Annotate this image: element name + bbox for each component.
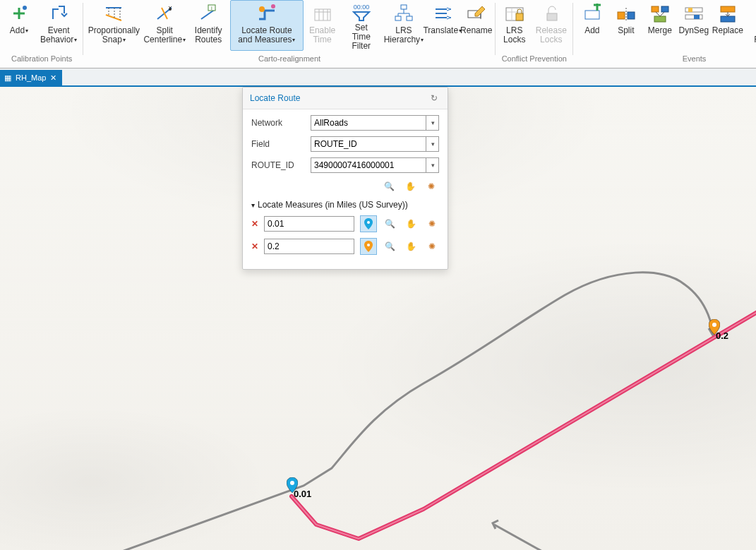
chevron-down-icon: ▾ — [420, 37, 424, 43]
lrs-hierarchy-icon — [394, 2, 414, 25]
flash-measure-icon[interactable]: ✺ — [424, 238, 440, 255]
rename-icon — [467, 2, 486, 25]
delete-measure-icon[interactable]: ✕ — [251, 241, 258, 251]
lrs-locks-button[interactable]: LRS Locks — [498, 0, 531, 51]
map-tab[interactable]: ▦ RH_Map ✕ — [0, 70, 62, 85]
chevron-down-icon[interactable]: ▾ — [426, 115, 439, 131]
svg-rect-30 — [721, 16, 735, 22]
locate-measures-section[interactable]: ▾ Locate Measures (in Miles (US Survey)) — [251, 200, 439, 210]
svg-rect-8 — [315, 9, 330, 20]
ribbon-group: LRS LocksRelease LocksConflict Preventio… — [496, 0, 573, 68]
dynseg-icon — [684, 2, 704, 25]
pan-to-measure-icon[interactable]: ✋ — [402, 215, 419, 232]
dynseg-button[interactable]: DynSeg — [678, 0, 710, 51]
svg-rect-12 — [407, 16, 412, 20]
proportionally-snap-button[interactable]: Proportionally Snap▾ — [86, 0, 141, 51]
pan-to-route-icon[interactable]: ✋ — [402, 179, 418, 194]
route-tool-row: 🔍 ✋ ✺ — [251, 179, 439, 194]
svg-rect-20 — [618, 12, 625, 19]
field-select[interactable] — [311, 136, 439, 152]
rename-button[interactable]: Rename — [460, 0, 493, 51]
locate-route-button[interactable]: Locate Route and Measures▾ — [230, 0, 303, 51]
selected-route — [292, 313, 756, 539]
chevron-down-icon: ▾ — [182, 37, 186, 43]
group-label: Conflict Prevention — [502, 52, 567, 65]
reload-icon[interactable]: ↻ — [428, 92, 440, 104]
flash-measure-icon[interactable]: ✺ — [424, 215, 440, 232]
split-centerline-button[interactable]: Split Centerline▾ — [143, 0, 186, 51]
button-label: DynSeg — [678, 26, 709, 35]
map-pin[interactable]: 0.01 — [287, 477, 298, 493]
button-label: Translate▾ — [423, 26, 462, 35]
identify-routes-button[interactable]: iIdentify Routes — [188, 0, 229, 51]
lrs-hierarchy-button[interactable]: LRS Hierarchy▾ — [383, 0, 425, 51]
set-time-filter-button[interactable]: 00:00Set Time Filter — [342, 0, 381, 51]
close-icon[interactable]: ✕ — [50, 73, 56, 83]
merge-event-button[interactable]: Merge — [644, 0, 676, 51]
button-label: LRS Hierarchy▾ — [384, 26, 424, 44]
button-label: Locate Route and Measures▾ — [234, 26, 299, 44]
merge-event-icon — [650, 2, 670, 25]
measure-input[interactable] — [264, 239, 354, 254]
group-label: Carto-realignment — [258, 52, 320, 65]
locate-route-panel: Locate Route ↻ Network ▾ Field ▾ ROUTE_I… — [242, 87, 448, 270]
button-label: Add — [584, 26, 599, 35]
zoom-to-route-icon[interactable]: 🔍 — [381, 179, 397, 194]
svg-rect-11 — [395, 16, 401, 20]
prop-snap-icon — [103, 2, 124, 25]
button-label: Release Locks — [536, 26, 567, 44]
network-select[interactable] — [311, 115, 439, 131]
translate-button[interactable]: Translate▾ — [426, 0, 459, 51]
pan-to-measure-icon[interactable]: ✋ — [402, 238, 419, 255]
zoom-to-measure-icon[interactable]: 🔍 — [381, 215, 398, 232]
ribbon-group: Proportionally Snap▾Split Centerline▾iId… — [83, 0, 495, 68]
add-cal-point-button[interactable]: Add▾ — [3, 0, 35, 51]
button-label: Set Time Filter — [345, 23, 378, 51]
split-centerline-icon — [155, 2, 174, 25]
panel-title: Locate Route — [250, 93, 300, 103]
grey-route — [120, 273, 713, 550]
chevron-down-icon: ▾ — [292, 37, 295, 43]
tab-title: RH_Map — [16, 73, 46, 82]
event-behavior-icon — [49, 2, 68, 25]
measure-pin-icon[interactable] — [360, 215, 377, 232]
replace-button[interactable]: Replace — [712, 0, 744, 51]
chevron-down-icon[interactable]: ▾ — [426, 157, 439, 173]
event-behavior-button[interactable]: Event Behavior▾ — [37, 0, 80, 51]
routeid-label: ROUTE_ID — [251, 160, 305, 170]
map-pin[interactable]: 0.2 — [709, 319, 720, 335]
measure-input[interactable] — [264, 216, 354, 232]
svg-point-38 — [367, 244, 370, 246]
replace-icon — [718, 2, 738, 25]
routeid-input[interactable] — [311, 157, 439, 173]
measure-row: ✕🔍✋✺ — [251, 238, 439, 255]
delete-measure-icon[interactable]: ✕ — [251, 219, 258, 229]
button-label: Enable Time — [308, 26, 337, 44]
ribbon-group: AddSplitMergeDynSegReplaceConfigure Repl… — [573, 0, 756, 68]
identify-routes-icon: i — [198, 2, 218, 25]
button-label: Configure Replacement — [749, 26, 756, 44]
set-time-filter-icon: 00:00 — [351, 2, 372, 22]
svg-point-7 — [271, 4, 275, 8]
zoom-to-measure-icon[interactable]: 🔍 — [381, 238, 398, 255]
enable-time-icon — [313, 2, 332, 25]
svg-text:00:00: 00:00 — [354, 4, 370, 11]
svg-rect-29 — [721, 6, 735, 12]
svg-rect-25 — [685, 8, 702, 12]
svg-rect-23 — [661, 6, 668, 12]
svg-rect-17 — [585, 11, 599, 19]
map-canvas[interactable]: 0.010.2 Locate Route ↻ Network ▾ Field ▾ — [0, 87, 756, 550]
configure-replacement-button[interactable]: Configure Replacement — [745, 0, 756, 51]
svg-rect-24 — [654, 16, 666, 22]
chevron-down-icon[interactable]: ▾ — [426, 136, 439, 152]
field-label: Field — [251, 139, 305, 149]
locate-route-icon — [256, 2, 277, 25]
group-label: Events — [683, 52, 707, 65]
network-label: Network — [251, 118, 305, 128]
split-event-button[interactable]: Split — [610, 0, 642, 51]
measure-row: ✕🔍✋✺ — [251, 215, 439, 232]
add-event-button[interactable]: Add — [576, 0, 608, 51]
measure-pin-icon[interactable] — [360, 238, 377, 255]
flash-route-icon[interactable]: ✺ — [424, 179, 439, 194]
pin-label: 0.01 — [294, 489, 311, 499]
